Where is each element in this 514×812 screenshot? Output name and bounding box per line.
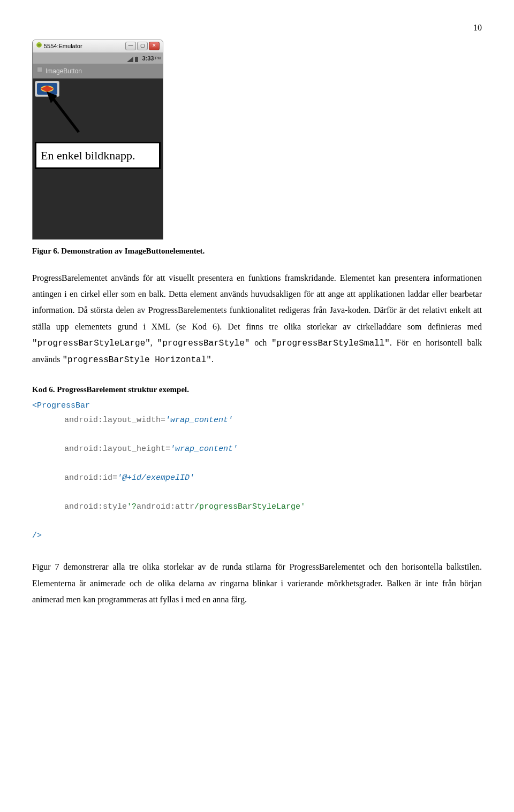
callout-box: En enkel bildknapp. <box>35 142 161 169</box>
minimize-button[interactable]: — <box>125 42 136 50</box>
maximize-button[interactable]: ▢ <box>137 42 148 50</box>
svg-rect-3 <box>135 57 138 62</box>
app-header: ImageButton <box>33 64 163 79</box>
window-title: 5554:Emulator <box>44 42 82 51</box>
svg-rect-1 <box>37 44 41 47</box>
svg-rect-6 <box>37 67 42 72</box>
close-button[interactable]: ✕ <box>149 42 160 50</box>
status-time: 3:33 <box>142 54 154 63</box>
code-inline: "progressBarStyle" <box>157 339 250 348</box>
app-icon <box>36 66 43 76</box>
code-block: <ProgressBar android:layout_width='wrap_… <box>32 399 482 543</box>
svg-marker-2 <box>127 57 133 62</box>
page-number: 10 <box>32 21 482 34</box>
paragraph-1: ProgressBarelementet används för att vis… <box>32 270 482 369</box>
app-body: En enkel bildknapp. <box>33 79 163 239</box>
figure-caption: Figur 6. Demonstration av ImageButtonele… <box>32 245 482 257</box>
battery-icon <box>134 56 141 61</box>
app-header-label: ImageButton <box>46 66 82 76</box>
emulator-screenshot: 5554:Emulator — ▢ ✕ 3:33 PM <box>32 40 163 240</box>
window-titlebar: 5554:Emulator — ▢ ✕ <box>33 40 163 53</box>
status-time-suffix: PM <box>155 56 161 62</box>
code-inline: "progressBarStyleLarge" <box>32 339 150 348</box>
code-heading: Kod 6. ProgressBarelement struktur exemp… <box>32 384 482 396</box>
code-inline: "progressBarStyle Horizontal" <box>62 355 211 365</box>
code-inline: "progressBarStyleSmall" <box>271 339 390 348</box>
android-status-bar: 3:33 PM <box>33 53 163 64</box>
paragraph-2: Figur 7 demonstrerar alla tre olika stor… <box>32 559 482 608</box>
android-icon <box>36 42 42 51</box>
arrow-annotation <box>46 91 88 137</box>
svg-rect-4 <box>136 57 138 58</box>
signal-icon <box>127 56 133 61</box>
